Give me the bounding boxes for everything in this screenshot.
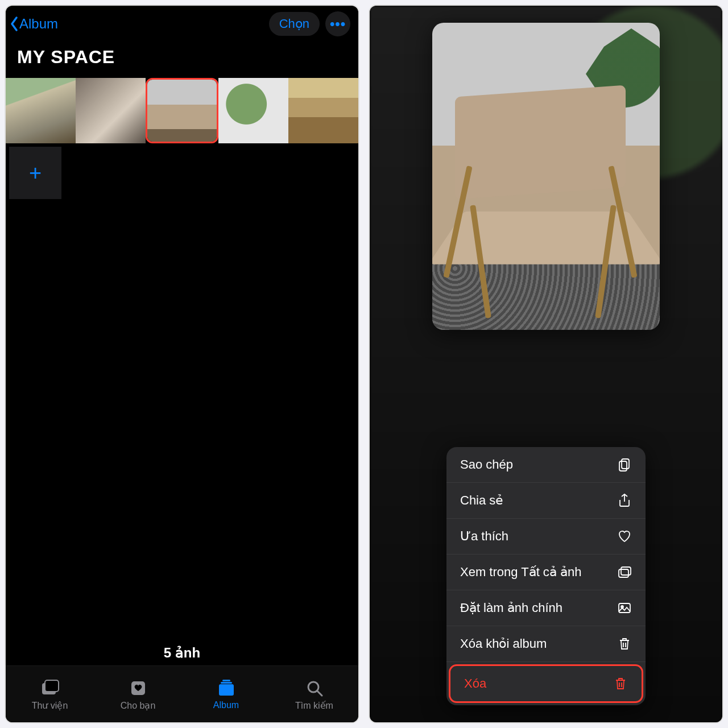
menu-label: Chia sẻ (460, 493, 503, 508)
tab-for-you[interactable]: Cho bạn (94, 666, 182, 722)
context-menu: Sao chép Chia sẻ Ưa thích Xem trong Tất … (446, 447, 646, 705)
tab-bar: Thư viện Cho bạn Album Tìm kiếm (6, 665, 358, 722)
tab-library[interactable]: Thư viện (6, 666, 94, 722)
tab-label: Thư viện (32, 700, 68, 711)
library-icon (40, 678, 60, 698)
thumbnail[interactable] (76, 78, 146, 143)
more-icon: ••• (330, 16, 346, 32)
menu-label: Ưa thích (460, 529, 508, 544)
svg-rect-11 (621, 567, 631, 575)
copy-icon (617, 457, 632, 472)
for-you-icon (128, 678, 148, 698)
back-label: Album (19, 16, 58, 32)
svg-rect-3 (219, 684, 234, 696)
heart-icon (617, 529, 632, 544)
right-screenshot: Sao chép Chia sẻ Ưa thích Xem trong Tất … (369, 5, 723, 723)
select-label: Chọn (279, 16, 309, 31)
svg-rect-9 (619, 461, 627, 471)
left-screenshot: Album Chọn ••• MY SPACE + 5 ảnh Thư viện… (5, 5, 359, 723)
menu-view-all[interactable]: Xem trong Tất cả ảnh (446, 555, 646, 590)
tab-albums[interactable]: Album (182, 666, 270, 722)
add-photo-button[interactable]: + (9, 147, 61, 199)
photos-stack-icon (617, 565, 632, 580)
photo-count: 5 ảnh (6, 645, 358, 661)
menu-share[interactable]: Chia sẻ (446, 483, 646, 519)
nav-right: Chọn ••• (269, 11, 350, 36)
svg-rect-1 (45, 680, 59, 692)
svg-rect-8 (622, 459, 629, 469)
menu-remove-album[interactable]: Xóa khỏi album (446, 626, 646, 662)
tab-label: Cho bạn (121, 700, 156, 711)
trash-icon (617, 636, 632, 651)
thumbnail-row (6, 78, 358, 143)
svg-rect-12 (619, 603, 630, 613)
menu-label: Đặt làm ảnh chính (460, 601, 562, 615)
thumbnail[interactable] (288, 78, 358, 143)
photo-preview[interactable] (432, 23, 660, 330)
plus-icon: + (29, 161, 42, 185)
album-title: MY SPACE (6, 44, 358, 78)
menu-key-photo[interactable]: Đặt làm ảnh chính (446, 590, 646, 626)
menu-delete[interactable]: Xóa (449, 664, 643, 703)
menu-label: Xóa khỏi album (460, 636, 547, 651)
svg-rect-4 (221, 682, 232, 684)
svg-rect-5 (222, 680, 230, 681)
share-icon (617, 493, 632, 508)
chevron-left-icon (9, 15, 19, 32)
menu-favorite[interactable]: Ưa thích (446, 519, 646, 555)
thumbnail-selected[interactable] (146, 78, 219, 143)
tab-search[interactable]: Tìm kiếm (270, 666, 358, 722)
menu-copy[interactable]: Sao chép (446, 447, 646, 483)
svg-rect-10 (619, 569, 628, 577)
back-button[interactable]: Album (9, 15, 58, 32)
menu-label: Sao chép (460, 457, 513, 472)
image-icon (617, 601, 632, 615)
albums-icon (216, 678, 237, 698)
nav-bar: Album Chọn ••• (6, 6, 358, 44)
thumbnail[interactable] (6, 78, 76, 143)
svg-line-7 (317, 691, 322, 696)
search-icon (304, 678, 325, 698)
menu-label: Xóa (464, 676, 486, 691)
tab-label: Tìm kiếm (295, 700, 333, 711)
thumbnail[interactable] (218, 78, 288, 143)
select-button[interactable]: Chọn (269, 12, 320, 36)
tab-label: Album (213, 700, 239, 710)
trash-icon (613, 676, 628, 691)
menu-label: Xem trong Tất cả ảnh (460, 565, 581, 580)
more-button[interactable]: ••• (325, 11, 350, 36)
